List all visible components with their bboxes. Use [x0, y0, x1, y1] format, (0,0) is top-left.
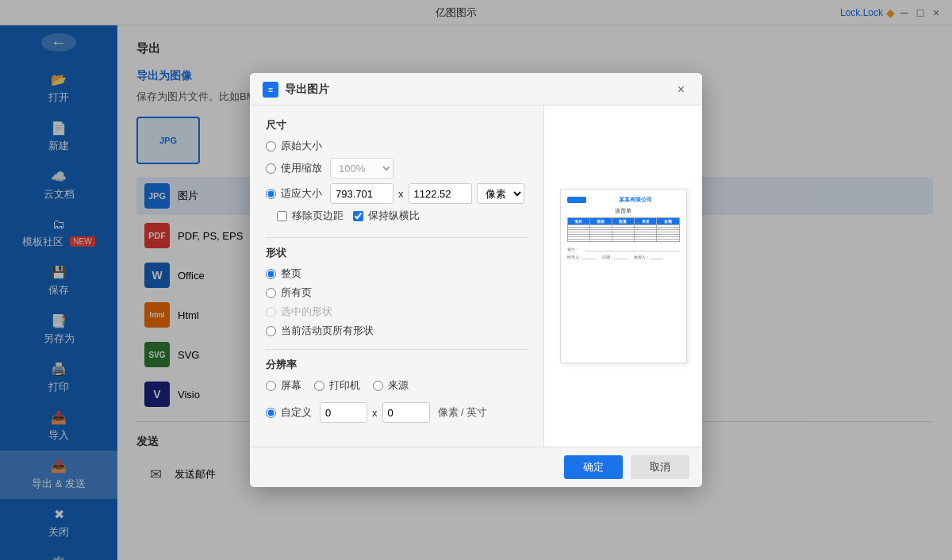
active-page-shapes-radio[interactable]	[266, 326, 276, 336]
preview-table: 项目规格数量单价金额	[567, 217, 680, 242]
fit-size-row: 适应大小 x 像素	[266, 183, 528, 204]
size-x-separator: x	[398, 188, 404, 200]
fit-size-radio[interactable]	[266, 189, 276, 199]
dialog-left-panel: 尺寸 原始大小 使用缩放 100% 适应大小	[250, 105, 543, 447]
screen-radio[interactable]	[266, 381, 276, 391]
dialog-overlay: ≡ 导出图片 × 尺寸 原始大小 使用缩放	[0, 0, 952, 560]
preview-company: 某某有限公司	[591, 196, 680, 204]
width-input[interactable]	[330, 183, 393, 204]
dialog-footer: 确定 取消	[250, 447, 702, 487]
source-radio[interactable]	[373, 381, 383, 391]
size-section: 尺寸 原始大小 使用缩放 100% 适应大小	[266, 118, 528, 226]
original-size-radio[interactable]	[266, 141, 276, 152]
preview-header: 某某有限公司	[567, 196, 680, 204]
custom-h-input[interactable]	[382, 402, 430, 423]
source-row: 来源	[373, 378, 409, 393]
screen-row: 屏幕	[266, 378, 301, 393]
whole-page-row: 整页	[266, 267, 528, 281]
preview-document: 某某有限公司 送货单 项目规格数量单价金额	[560, 189, 687, 363]
whole-page-radio[interactable]	[266, 269, 276, 279]
size-section-title: 尺寸	[266, 118, 528, 132]
dialog-body: 尺寸 原始大小 使用缩放 100% 适应大小	[250, 105, 702, 447]
original-size-label: 原始大小	[281, 139, 322, 153]
custom-x-sep: x	[372, 407, 378, 419]
screen-label: 屏幕	[281, 378, 301, 393]
cancel-button[interactable]: 取消	[631, 455, 689, 479]
printer-label: 打印机	[329, 378, 360, 393]
custom-radio[interactable]	[266, 408, 276, 418]
all-pages-label: 所有页	[281, 286, 312, 300]
shape-section-title: 形状	[266, 246, 528, 260]
zoom-select[interactable]: 100%	[330, 158, 393, 178]
size-divider	[266, 237, 528, 238]
whole-page-label: 整页	[281, 267, 301, 281]
custom-w-input[interactable]	[320, 402, 367, 423]
active-page-shapes-label: 当前活动页所有形状	[281, 324, 374, 338]
all-pages-row: 所有页	[266, 286, 528, 300]
unit-select[interactable]: 像素	[477, 183, 524, 204]
selected-shapes-radio[interactable]	[266, 307, 276, 317]
custom-label: 自定义	[281, 405, 312, 420]
confirm-button[interactable]: 确定	[564, 455, 623, 479]
preview-logo	[567, 197, 586, 203]
source-label: 来源	[388, 378, 409, 393]
custom-res-row: 自定义 x 像素 / 英寸	[266, 402, 528, 423]
use-zoom-label: 使用缩放	[281, 161, 322, 175]
all-pages-radio[interactable]	[266, 288, 276, 298]
dialog-title: ≡ 导出图片	[263, 82, 329, 98]
resolution-section-title: 分辨率	[266, 358, 528, 372]
use-zoom-row: 使用缩放 100%	[266, 158, 528, 178]
original-size-row: 原始大小	[266, 139, 528, 153]
keep-ratio-label: 保持纵横比	[368, 209, 420, 223]
selected-shapes-label: 选中的形状	[281, 305, 332, 319]
use-zoom-radio[interactable]	[266, 163, 276, 174]
selected-shapes-row: 选中的形状	[266, 305, 528, 319]
printer-row: 打印机	[314, 378, 360, 393]
dialog-title-text: 导出图片	[285, 82, 329, 97]
dialog-preview-panel: 某某有限公司 送货单 项目规格数量单价金额	[543, 105, 702, 447]
dialog-close-button[interactable]: ×	[673, 81, 689, 98]
preview-doc-title: 送货单	[567, 207, 680, 215]
dialog-title-icon: ≡	[263, 82, 278, 98]
remove-margin-label: 移除页边距	[292, 209, 344, 223]
keep-ratio-row: 保持纵横比	[353, 209, 420, 223]
fit-size-label: 适应大小	[281, 186, 322, 201]
resolution-section: 分辨率 屏幕 打印机 来源	[266, 358, 528, 423]
remove-margin-checkbox[interactable]	[277, 211, 287, 221]
shape-divider	[266, 349, 528, 350]
dialog-titlebar: ≡ 导出图片 ×	[250, 73, 702, 105]
remove-margin-row: 移除页边距	[277, 209, 344, 223]
printer-radio[interactable]	[314, 381, 324, 391]
active-page-shapes-row: 当前活动页所有形状	[266, 324, 528, 338]
shape-section: 形状 整页 所有页 选中的形状 当前活动页所	[266, 246, 528, 338]
height-input[interactable]	[409, 183, 472, 204]
preview-footer: 备注： 经手人：______日期：______收货人：______	[567, 247, 680, 259]
keep-ratio-checkbox[interactable]	[353, 211, 363, 221]
export-dialog: ≡ 导出图片 × 尺寸 原始大小 使用缩放	[250, 73, 702, 487]
pixels-per-inch-label: 像素 / 英寸	[438, 405, 488, 420]
